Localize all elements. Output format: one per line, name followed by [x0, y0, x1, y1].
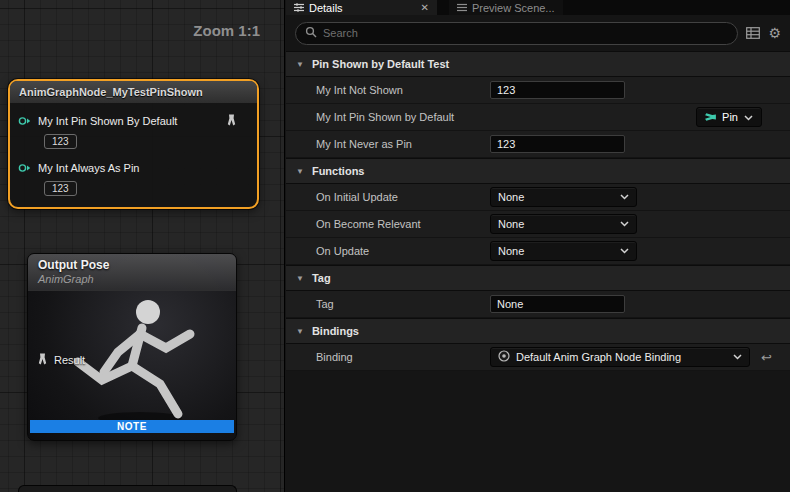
property-row-my-int-pin-shown-by-default: My Int Pin Shown by Default Pin: [286, 104, 790, 131]
tab-details[interactable]: Details ✕: [286, 0, 437, 15]
pin-default-value[interactable]: 123: [44, 181, 77, 196]
result-pin-label: Result: [54, 354, 85, 366]
property-label: Binding: [286, 351, 490, 363]
my-int-not-shown-input[interactable]: [490, 81, 625, 99]
property-row-binding: Binding Default Anim Graph Node Binding …: [286, 344, 790, 371]
tab-bar: Details ✕ Preview Scene...: [286, 0, 790, 15]
property-label: My Int Not Shown: [286, 84, 490, 96]
note-banner[interactable]: NOTE: [30, 420, 234, 433]
chevron-down-icon: [733, 354, 742, 360]
pin-row: My Int Pin Shown By Default 123: [18, 112, 249, 149]
zoom-level-label: Zoom 1:1: [193, 22, 260, 39]
pin-default-value[interactable]: 123: [44, 134, 77, 149]
collapse-arrow-icon: ▼: [296, 167, 304, 176]
pin-label: My Int Always As Pin: [38, 162, 139, 174]
details-tab-icon: [294, 3, 304, 12]
property-row-on-initial-update: On Initial Update None: [286, 184, 790, 211]
property-row-my-int-not-shown: My Int Not Shown: [286, 77, 790, 104]
property-row-my-int-never-as-pin: My Int Never as Pin: [286, 131, 790, 158]
binding-value: Default Anim Graph Node Binding: [516, 351, 681, 363]
property-label: My Int Pin Shown by Default: [286, 111, 490, 123]
collapse-arrow-icon: ▼: [296, 60, 304, 69]
on-update-dropdown[interactable]: None: [490, 241, 637, 261]
preview-scene-tab-icon: [457, 3, 467, 12]
property-row-on-update: On Update None: [286, 238, 790, 265]
section-title: Tag: [312, 272, 331, 284]
binding-icon: [498, 350, 510, 364]
on-become-relevant-dropdown[interactable]: None: [490, 214, 637, 234]
dropdown-value: None: [498, 191, 524, 203]
teal-pin-icon: [705, 112, 717, 123]
search-row: ⚙: [286, 15, 790, 51]
chevron-down-icon: [620, 194, 629, 200]
partially-visible-node[interactable]: [18, 485, 237, 492]
pin-state-dropdown[interactable]: Pin: [696, 107, 762, 127]
tab-preview-scene[interactable]: Preview Scene...: [449, 0, 563, 15]
collapse-arrow-icon: ▼: [296, 274, 304, 283]
collapse-arrow-icon: ▼: [296, 327, 304, 336]
property-row-tag: Tag: [286, 291, 790, 318]
chevron-down-icon: [744, 111, 753, 123]
node-output-pose[interactable]: Output Pose AnimGraph Result NOTE: [27, 253, 237, 441]
int-pin-icon[interactable]: [18, 112, 31, 130]
search-icon: [305, 24, 317, 42]
dropdown-value: None: [498, 218, 524, 230]
property-list: ▼ Pin Shown by Default Test My Int Not S…: [286, 51, 790, 492]
property-label: Tag: [286, 298, 490, 310]
clothespin-icon[interactable]: [226, 112, 237, 130]
search-box[interactable]: [295, 22, 738, 45]
section-functions[interactable]: ▼ Functions: [286, 158, 790, 184]
section-title: Pin Shown by Default Test: [312, 58, 449, 70]
int-pin-icon[interactable]: [18, 159, 31, 177]
close-tab-icon[interactable]: ✕: [421, 2, 429, 13]
display-filter-icon[interactable]: [746, 27, 760, 39]
node-animgraphnode-mytestpinshown[interactable]: AnimGraphNode_MyTestPinShown My Int Pin …: [8, 79, 259, 209]
pin-label: My Int Pin Shown By Default: [38, 115, 177, 127]
property-label: On Update: [286, 245, 490, 257]
on-initial-update-dropdown[interactable]: None: [490, 187, 637, 207]
graph-canvas[interactable]: Zoom 1:1 AnimGraphNode_MyTestPinShown My…: [0, 0, 285, 492]
chevron-down-icon: [620, 248, 629, 254]
section-tag[interactable]: ▼ Tag: [286, 265, 790, 291]
chevron-down-icon: [620, 221, 629, 227]
reset-to-default-icon[interactable]: ↩: [761, 351, 772, 364]
settings-gear-icon[interactable]: ⚙: [768, 26, 781, 40]
pin-row: My Int Always As Pin 123: [18, 159, 249, 196]
property-label: On Initial Update: [286, 191, 490, 203]
section-pin-shown-by-default-test[interactable]: ▼ Pin Shown by Default Test: [286, 51, 790, 77]
result-pin[interactable]: Result: [37, 353, 85, 367]
tab-label: Preview Scene...: [472, 2, 555, 14]
dropdown-value: None: [498, 245, 524, 257]
node-subtitle: AnimGraph: [38, 273, 226, 285]
section-bindings[interactable]: ▼ Bindings: [286, 318, 790, 344]
output-pose-header[interactable]: Output Pose AnimGraph: [28, 254, 236, 291]
pin-state-label: Pin: [722, 111, 738, 123]
tag-input[interactable]: [490, 295, 625, 313]
search-input[interactable]: [323, 27, 728, 39]
node-title[interactable]: AnimGraphNode_MyTestPinShown: [10, 81, 257, 103]
property-row-on-become-relevant: On Become Relevant None: [286, 211, 790, 238]
node-title: Output Pose: [38, 258, 226, 272]
section-title: Bindings: [312, 325, 359, 337]
binding-dropdown[interactable]: Default Anim Graph Node Binding: [490, 347, 750, 367]
my-int-never-as-pin-input[interactable]: [490, 135, 625, 153]
property-label: On Become Relevant: [286, 218, 490, 230]
property-label: My Int Never as Pin: [286, 138, 490, 150]
section-title: Functions: [312, 165, 365, 177]
details-panel: Details ✕ Preview Scene... ⚙ ▼ Pin Shown…: [286, 0, 790, 492]
tab-label: Details: [309, 2, 343, 14]
clothespin-icon: [37, 353, 48, 367]
